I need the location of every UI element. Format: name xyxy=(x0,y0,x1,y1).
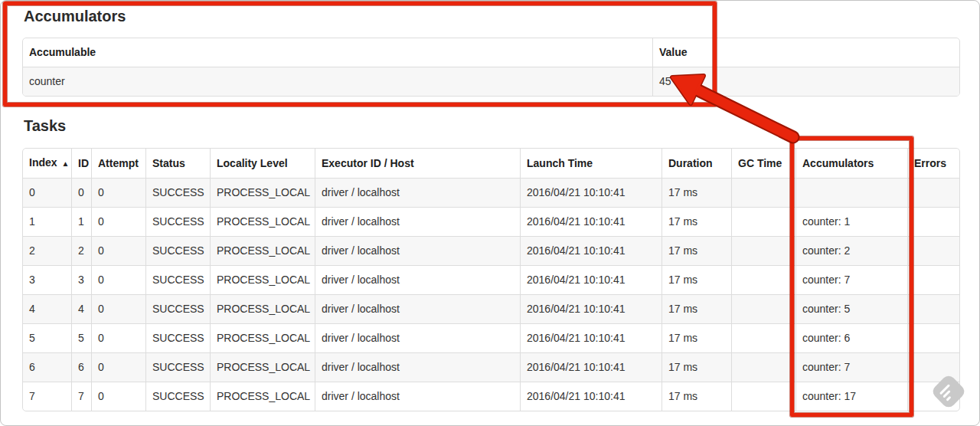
table-cell: driver / localhost xyxy=(315,382,520,411)
table-cell: 0 xyxy=(71,178,91,207)
table-cell: 5 xyxy=(23,323,71,352)
column-header-value[interactable]: Value xyxy=(652,38,959,67)
table-row: 550SUCCESSPROCESS_LOCALdriver / localhos… xyxy=(23,323,959,352)
column-header-launch-time[interactable]: Launch Time xyxy=(520,149,662,178)
column-header-duration[interactable]: Duration xyxy=(662,149,731,178)
column-header-accumulable[interactable]: Accumulable xyxy=(23,38,652,67)
table-cell: 7 xyxy=(23,382,71,411)
table-cell xyxy=(907,323,959,352)
table-cell: driver / localhost xyxy=(315,352,520,382)
sort-ascending-icon: ▲ xyxy=(57,159,70,168)
table-cell: SUCCESS xyxy=(145,323,210,352)
table-cell xyxy=(907,207,959,236)
column-header-locality-level[interactable]: Locality Level xyxy=(210,149,315,178)
accumulators-table-grid: AccumulableValue counter45 xyxy=(23,38,959,96)
table-cell: SUCCESS xyxy=(145,178,210,207)
table-cell xyxy=(795,178,907,207)
table-cell xyxy=(907,265,959,294)
table-cell: 0 xyxy=(91,265,145,294)
table-cell: counter: 1 xyxy=(795,207,907,236)
column-header-index[interactable]: Index▲ xyxy=(23,149,71,178)
table-cell: counter: 7 xyxy=(795,265,907,294)
table-cell: 4 xyxy=(71,294,91,323)
table-cell: driver / localhost xyxy=(315,323,520,352)
table-cell: PROCESS_LOCAL xyxy=(210,352,315,382)
table-cell: 17 ms xyxy=(662,294,731,323)
tasks-section-heading: Tasks xyxy=(24,115,66,136)
table-cell: 2016/04/21 10:10:41 xyxy=(520,178,662,207)
table-row: 440SUCCESSPROCESS_LOCALdriver / localhos… xyxy=(23,294,959,323)
table-row: 000SUCCESSPROCESS_LOCALdriver / localhos… xyxy=(23,178,959,207)
table-cell xyxy=(907,294,959,323)
table-cell xyxy=(731,236,795,265)
table-cell: 5 xyxy=(71,323,91,352)
table-cell: 2016/04/21 10:10:41 xyxy=(520,382,662,411)
table-cell: driver / localhost xyxy=(315,236,520,265)
table-cell: 45 xyxy=(652,67,959,96)
table-cell: 2016/04/21 10:10:41 xyxy=(520,294,662,323)
tasks-table: Index▲IDAttemptStatusLocality LevelExecu… xyxy=(22,148,960,411)
table-cell: 17 ms xyxy=(662,382,731,411)
table-cell xyxy=(731,382,795,411)
column-header-errors[interactable]: Errors xyxy=(907,149,959,178)
page: Accumulators AccumulableValue counter45 … xyxy=(0,0,980,426)
table-cell: 2 xyxy=(23,236,71,265)
table-cell: PROCESS_LOCAL xyxy=(210,236,315,265)
table-row: 220SUCCESSPROCESS_LOCALdriver / localhos… xyxy=(23,236,959,265)
table-row: 110SUCCESSPROCESS_LOCALdriver / localhos… xyxy=(23,207,959,236)
column-header-id[interactable]: ID xyxy=(71,149,91,178)
table-cell: 3 xyxy=(23,265,71,294)
table-cell xyxy=(731,352,795,382)
tasks-header-row: Index▲IDAttemptStatusLocality LevelExecu… xyxy=(23,149,959,178)
table-row: 770SUCCESSPROCESS_LOCALdriver / localhos… xyxy=(23,382,959,411)
table-cell xyxy=(731,178,795,207)
table-cell: PROCESS_LOCAL xyxy=(210,207,315,236)
table-cell: 0 xyxy=(91,178,145,207)
table-cell: counter: 7 xyxy=(795,352,907,382)
column-header-attempt[interactable]: Attempt xyxy=(91,149,145,178)
table-cell xyxy=(731,265,795,294)
tasks-table-grid: Index▲IDAttemptStatusLocality LevelExecu… xyxy=(23,149,959,411)
table-cell: PROCESS_LOCAL xyxy=(210,265,315,294)
table-cell: PROCESS_LOCAL xyxy=(210,178,315,207)
accumulators-table: AccumulableValue counter45 xyxy=(22,38,960,97)
table-cell: 2016/04/21 10:10:41 xyxy=(520,236,662,265)
table-cell: 0 xyxy=(91,207,145,236)
column-header-executor-id-host[interactable]: Executor ID / Host xyxy=(315,149,520,178)
table-cell xyxy=(731,294,795,323)
table-cell: SUCCESS xyxy=(145,294,210,323)
table-cell: 0 xyxy=(91,236,145,265)
table-cell: 7 xyxy=(71,382,91,411)
table-cell: 3 xyxy=(71,265,91,294)
table-row: 660SUCCESSPROCESS_LOCALdriver / localhos… xyxy=(23,352,959,382)
table-cell: 4 xyxy=(23,294,71,323)
table-cell: counter: 2 xyxy=(795,236,907,265)
table-cell: driver / localhost xyxy=(315,207,520,236)
table-cell: PROCESS_LOCAL xyxy=(210,323,315,352)
table-cell: 17 ms xyxy=(662,207,731,236)
accumulators-section-heading: Accumulators xyxy=(24,5,126,27)
table-cell: 0 xyxy=(23,178,71,207)
table-cell: 0 xyxy=(91,382,145,411)
table-cell: counter: 5 xyxy=(795,294,907,323)
table-cell: 2016/04/21 10:10:41 xyxy=(520,265,662,294)
table-cell: 0 xyxy=(91,323,145,352)
table-cell: 0 xyxy=(91,352,145,382)
table-cell: driver / localhost xyxy=(315,294,520,323)
table-cell xyxy=(731,323,795,352)
table-cell: counter: 6 xyxy=(795,323,907,352)
table-cell: 17 ms xyxy=(662,236,731,265)
table-cell: 2016/04/21 10:10:41 xyxy=(520,323,662,352)
column-header-accumulators[interactable]: Accumulators xyxy=(795,149,907,178)
table-cell: 6 xyxy=(71,352,91,382)
table-cell: SUCCESS xyxy=(145,265,210,294)
table-cell: 17 ms xyxy=(662,352,731,382)
column-header-status[interactable]: Status xyxy=(145,149,210,178)
table-cell: 6 xyxy=(23,352,71,382)
column-header-gc-time[interactable]: GC Time xyxy=(731,149,795,178)
table-cell: counter xyxy=(23,67,652,96)
table-cell xyxy=(731,207,795,236)
table-cell: SUCCESS xyxy=(145,352,210,382)
table-cell: SUCCESS xyxy=(145,236,210,265)
table-cell: 0 xyxy=(91,294,145,323)
